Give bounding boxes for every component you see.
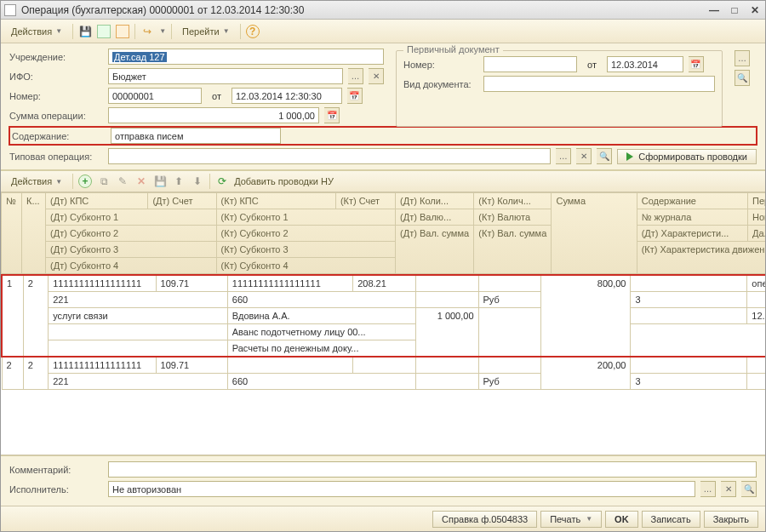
col-dt-sub4[interactable]: (Дт) Субконто 4 xyxy=(46,258,216,274)
search-button[interactable]: 🔍 xyxy=(597,148,612,164)
col-da[interactable]: Да... xyxy=(748,226,765,242)
cell xyxy=(631,308,747,324)
cell: 660 xyxy=(227,374,415,390)
col-sum[interactable]: Сумма xyxy=(552,193,637,274)
cell: 3 xyxy=(631,292,747,308)
number-input[interactable]: 00000001 xyxy=(108,88,202,104)
col-dt-sub2[interactable]: (Дт) Субконто 2 xyxy=(46,226,216,242)
date-input[interactable]: 12.03.2014 12:30:30 xyxy=(232,88,342,104)
col-kt-sub2[interactable]: (Кт) Субконто 2 xyxy=(216,226,396,242)
col-dt-sub3[interactable]: (Дт) Субконто 3 xyxy=(46,242,216,258)
col-kt-qty[interactable]: (Кт) Колич... xyxy=(474,193,552,209)
ok-button[interactable]: OK xyxy=(605,511,638,528)
cell xyxy=(631,324,765,358)
executor-input[interactable]: Не авторизован xyxy=(108,481,695,497)
cell: 11111111111111111 xyxy=(49,275,156,292)
ellipsis-button[interactable]: … xyxy=(735,50,750,66)
ellipsis-button[interactable]: … xyxy=(700,481,716,497)
grid-actions-menu[interactable]: Действия ▼ xyxy=(6,174,67,188)
col-kt-char[interactable]: (Кт) Характеристика движения xyxy=(637,242,765,274)
table-row[interactable]: 1 2 11111111111111111 109.71 11111111111… xyxy=(2,275,765,357)
pd-number-input[interactable] xyxy=(483,56,577,72)
col-kt-sub1[interactable]: (Кт) Субконто 1 xyxy=(216,209,396,226)
close-label: Закрыть xyxy=(713,514,749,524)
pd-type-input[interactable] xyxy=(483,76,715,92)
comment-label: Комментарий: xyxy=(9,465,103,475)
content-input[interactable]: отправка писем xyxy=(111,128,281,144)
close-button[interactable]: Закрыть xyxy=(704,511,758,528)
col-kt-acc[interactable]: (Кт) Счет xyxy=(335,193,395,209)
delete-row-icon[interactable]: ✕ xyxy=(134,174,148,188)
close-button[interactable]: ✕ xyxy=(748,4,762,16)
add-row-icon[interactable]: + xyxy=(78,174,92,188)
move-up-icon[interactable]: ⬆ xyxy=(172,174,186,188)
col-journal[interactable]: № журнала xyxy=(637,209,747,226)
col-k[interactable]: К... xyxy=(22,193,46,274)
ifo-value: Бюджет xyxy=(112,72,146,82)
col-dt-cur[interactable]: (Дт) Валю... xyxy=(396,209,474,226)
add-nu-link[interactable]: Добавить проводки НУ xyxy=(234,176,334,186)
save-icon[interactable]: 💾 xyxy=(153,174,167,188)
ellipsis-button[interactable]: … xyxy=(348,68,363,84)
calendar-button[interactable]: 📅 xyxy=(347,88,363,104)
ellipsis-button[interactable]: … xyxy=(556,148,571,164)
doc-green-icon[interactable] xyxy=(97,25,111,38)
cell xyxy=(747,374,765,390)
chevron-down-icon: ▼ xyxy=(586,515,592,523)
minimize-button[interactable]: — xyxy=(707,4,721,16)
save-button[interactable]: Записать xyxy=(642,511,700,528)
number-value: 00000001 xyxy=(112,91,154,101)
col-n[interactable]: № xyxy=(2,193,22,274)
clear-button[interactable]: ✕ xyxy=(576,148,592,164)
cell xyxy=(747,292,765,308)
generate-postings-button[interactable]: Сформировать проводки xyxy=(617,149,757,164)
clear-button[interactable]: ✕ xyxy=(721,481,736,497)
col-kt-valsum[interactable]: (Кт) Вал. сумма xyxy=(474,226,552,274)
calendar-button[interactable]: 📅 xyxy=(689,56,704,72)
copy-row-icon[interactable]: ⧉ xyxy=(97,174,111,188)
institution-input[interactable]: Дет.сад 127 xyxy=(108,49,384,65)
goto-menu[interactable]: Перейти ▼ xyxy=(177,25,235,38)
calculator-button[interactable]: 📅 xyxy=(324,107,340,123)
cell-k: 2 xyxy=(23,357,48,390)
clear-button[interactable]: ✕ xyxy=(369,68,384,84)
col-dt-kps[interactable]: (Дт) КПС xyxy=(46,193,148,209)
ifo-input[interactable]: Бюджет xyxy=(108,68,343,84)
col-dt-char[interactable]: (Дт) Характеристи... xyxy=(637,226,747,242)
table-row[interactable]: 2 2 11111111111111111 109.71 200,00 221 xyxy=(2,357,765,390)
grid-toolbar: Действия ▼ + ⧉ ✎ ✕ 💾 ⬆ ⬇ ⟳ Добавить пров… xyxy=(1,170,765,192)
col-content[interactable]: Содержание xyxy=(637,193,747,209)
refresh-icon[interactable]: ⟳ xyxy=(215,174,229,188)
cell: Руб xyxy=(478,374,541,390)
edit-row-icon[interactable]: ✎ xyxy=(116,174,129,188)
reference-button[interactable]: Справка ф.0504833 xyxy=(432,511,537,528)
col-per[interactable]: Пер... xyxy=(748,193,765,209)
move-down-icon[interactable]: ⬇ xyxy=(191,174,204,188)
typical-input[interactable] xyxy=(108,148,551,164)
search-button[interactable]: 🔍 xyxy=(741,481,757,497)
col-dt-sub1[interactable]: (Дт) Субконто 1 xyxy=(46,209,216,226)
col-kt-kps[interactable]: (Кт) КПС xyxy=(216,193,335,209)
col-dt-acc[interactable]: (Дт) Счет xyxy=(148,193,216,209)
play-icon xyxy=(626,152,633,161)
search-button[interactable]: 🔍 xyxy=(735,70,750,86)
col-dt-qty[interactable]: (Дт) Коли... xyxy=(396,193,474,209)
nav-icon[interactable]: ↪ xyxy=(140,25,154,38)
maximize-button[interactable]: □ xyxy=(728,4,741,16)
col-kt-sub3[interactable]: (Кт) Субконто 3 xyxy=(216,242,396,258)
sum-input[interactable]: 1 000,00 xyxy=(108,107,319,123)
comment-input[interactable] xyxy=(108,461,757,478)
col-nom[interactable]: Ном... xyxy=(748,209,765,226)
pd-date-input[interactable]: 12.03.2014 xyxy=(607,56,683,72)
doc-orange-icon[interactable] xyxy=(116,25,129,38)
save-icon[interactable]: 💾 xyxy=(78,25,92,38)
actions-menu[interactable]: Действия ▼ xyxy=(6,25,67,38)
col-dt-valsum[interactable]: (Дт) Вал. сумма xyxy=(396,226,474,274)
help-icon[interactable]: ? xyxy=(246,25,260,38)
col-kt-sub4[interactable]: (Кт) Субконто 4 xyxy=(216,258,396,274)
main-toolbar: Действия ▼ 💾 ↪ ▼ Перейти ▼ ? xyxy=(1,20,765,43)
actions-label: Действия xyxy=(11,26,52,37)
cell: 11111111111111111 xyxy=(227,275,352,292)
print-button[interactable]: Печать ▼ xyxy=(540,511,602,528)
col-kt-cur[interactable]: (Кт) Валюта xyxy=(474,209,552,226)
